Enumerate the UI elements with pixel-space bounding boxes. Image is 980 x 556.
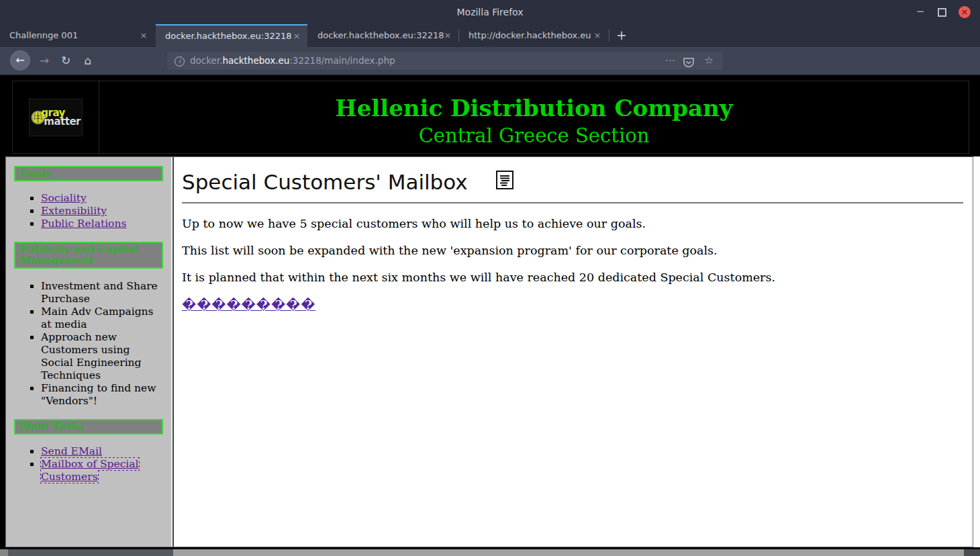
main-tasks-list: Send EMail Mailbox of Special Customers (14, 445, 163, 483)
site-subtitle: Central Greece Section (99, 124, 969, 147)
tab-label: http://docker.hackthebox.eu (469, 30, 591, 40)
tab-docker-hackthebox-1[interactable]: docker.hackthebox.eu:32218 × (156, 24, 307, 47)
firefox-window: Mozilla Firefox − × Challennge 001 × doc… (0, 0, 980, 556)
vertical-scrollbar[interactable] (973, 156, 980, 547)
page-actions-icon[interactable]: ··· (663, 52, 679, 70)
list-item: Financing to find new "Vendors"! (41, 382, 163, 408)
sidebar-link-sociality[interactable]: Sociality (41, 192, 87, 204)
list-item: Sociality (41, 192, 163, 205)
sidebar-link-mailbox-special-customers[interactable]: Mailbox of Special Customers (41, 458, 139, 483)
site-info-icon[interactable]: i (175, 56, 185, 66)
tab-label: Challennge 001 (9, 30, 78, 40)
restore-button[interactable] (934, 0, 949, 24)
goals-list: Sociality Extensibility Public Relations (14, 192, 163, 230)
sidebar-link-send-email[interactable]: Send EMail (41, 445, 102, 457)
list-item: Mailbox of Special Customers (41, 458, 163, 483)
bookmark-star-icon[interactable]: ☆ (701, 52, 716, 70)
new-tab-button[interactable]: + (612, 24, 631, 47)
scroll-left-button[interactable] (0, 549, 8, 556)
sidebar-heading-main-tasks: Main Tasks (14, 419, 163, 434)
sidebar-heading-goals: Goals (14, 166, 163, 181)
logo-cell: gray matter (13, 81, 99, 153)
tab-bar: Challennge 001 × docker.hackthebox.eu:32… (0, 24, 980, 47)
tab-challenge-001[interactable]: Challennge 001 × (0, 24, 154, 47)
site-title: Hellenic Distribution Company (99, 95, 969, 122)
restore-icon (938, 8, 946, 17)
scrollbar-thumb[interactable] (8, 549, 173, 556)
reload-button[interactable]: ↻ (56, 47, 75, 75)
tab-close-icon[interactable]: × (442, 24, 453, 47)
list-item: Send EMail (41, 445, 163, 458)
publicity-list: Investment and Share Purchase Main Adv C… (14, 280, 163, 408)
pocket-icon[interactable] (681, 52, 696, 70)
tab-docker-hackthebox-3[interactable]: http://docker.hackthebox.eu × (459, 24, 608, 47)
site-header: gray matter Hellenic Distribution Compan… (12, 81, 969, 154)
window-titlebar: Mozilla Firefox − × (0, 0, 980, 24)
list-item: Approach new Customers using Social Engi… (41, 331, 163, 382)
heading-rule (182, 202, 963, 203)
broken-text-link[interactable]: ��������� (182, 297, 315, 312)
navigation-toolbar: ← → ↻ ⌂ i docker.hackthebox.eu:32218/mai… (0, 47, 980, 75)
content-table: Goals Sociality Extensibility Public Rel… (5, 156, 973, 547)
tab-label: docker.hackthebox.eu:32218 (165, 31, 292, 41)
browser-viewport: gray matter Hellenic Distribution Compan… (0, 75, 980, 549)
list-item: Extensibility (41, 205, 163, 218)
main-content: Special Customers' Mailbox Up to now we … (173, 157, 973, 547)
back-button[interactable]: ← (10, 50, 30, 71)
tab-close-icon[interactable]: × (138, 24, 149, 47)
minimize-button[interactable]: − (913, 0, 928, 24)
paragraph: It is planned that within the next six m… (182, 271, 963, 284)
paragraph: This list will soon be expanded with the… (182, 244, 963, 257)
tab-label: docker.hackthebox.eu:32218 (317, 30, 444, 40)
url-text: docker.hackthebox.eu:32218/main/index.ph… (190, 52, 395, 70)
tab-separator (609, 30, 609, 42)
url-bar[interactable]: i docker.hackthebox.eu:32218/main/index.… (166, 51, 724, 71)
page-title: Special Customers' Mailbox (182, 170, 963, 194)
sidebar: Goals Sociality Extensibility Public Rel… (6, 157, 173, 547)
list-item: Investment and Share Purchase (41, 280, 163, 306)
list-item: Main Adv Campaigns at media (41, 306, 163, 331)
site-title-cell: Hellenic Distribution Company Central Gr… (99, 81, 969, 153)
tab-docker-hackthebox-2[interactable]: docker.hackthebox.eu:32218 × (308, 24, 458, 47)
sidebar-heading-publicity: Publicity and Capital Management (14, 242, 163, 269)
horizontal-scrollbar[interactable] (0, 549, 980, 556)
home-button[interactable]: ⌂ (79, 47, 97, 75)
document-icon (496, 170, 513, 194)
scrollbar-corner (964, 549, 980, 556)
close-window-button[interactable]: × (959, 6, 971, 18)
forward-button[interactable]: → (35, 47, 54, 75)
tab-close-icon[interactable]: × (291, 26, 302, 46)
list-item: Public Relations (41, 218, 163, 230)
sidebar-link-public-relations[interactable]: Public Relations (41, 218, 126, 230)
window-title: Mozilla Firefox (0, 0, 980, 24)
paragraph: Up to now we have 5 special customers wh… (182, 217, 963, 230)
sidebar-link-extensibility[interactable]: Extensibility (41, 205, 107, 217)
logo-words: gray matter (41, 109, 81, 126)
gray-matter-logo: gray matter (30, 99, 82, 136)
tab-close-icon[interactable]: × (592, 24, 603, 47)
